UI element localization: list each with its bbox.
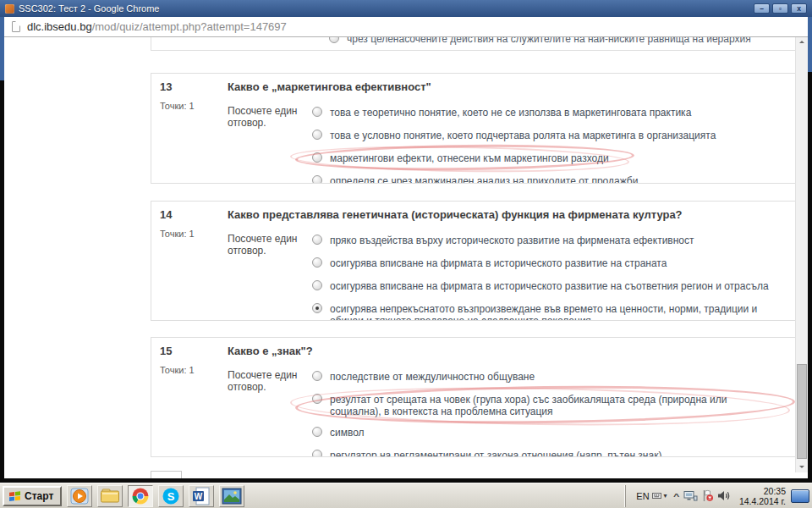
option-label[interactable]: регулатор на регламентирани от закона от… [330, 450, 661, 457]
radio-button[interactable] [312, 107, 322, 117]
window-titlebar: SSC302: Тест 2 - Google Chrome – ▫ x [0, 0, 812, 17]
question-number: 14 [160, 208, 228, 221]
start-label: Старт [25, 490, 53, 502]
radio-button[interactable] [312, 152, 322, 163]
radio-button[interactable] [312, 280, 322, 290]
options-list: последствие от междуличностно общуванере… [312, 369, 787, 457]
answer-prompt: Посочете един отговор. [228, 233, 312, 321]
option-row: това е условно понятие, което подчертава… [312, 128, 787, 143]
window-border [0, 80, 4, 478]
language-indicator[interactable]: EN ▾ [633, 491, 670, 501]
answer-prompt: Посочете един отговор. [228, 105, 312, 184]
question-text: Какво представлява генетичната (историче… [228, 208, 787, 221]
option-label[interactable]: резултат от срещата на човек (група хора… [330, 394, 770, 417]
tray-expand-icon[interactable]: ^ [668, 492, 684, 500]
clock-time: 20:35 [739, 486, 786, 496]
window-border [0, 17, 4, 80]
url-path: /mod/quiz/attempt.php?attempt=147697 [92, 20, 287, 33]
windows-explorer-icon [100, 488, 120, 505]
option-label[interactable]: осигурява вписване на фирмата в историче… [330, 280, 769, 292]
action-center-flag-icon[interactable] [701, 489, 714, 502]
question-points: Точки: 1 [160, 365, 228, 375]
address-bar[interactable]: dlc.ibsedu.bg/mod/quiz/attempt.php?attem… [0, 17, 812, 37]
option-label[interactable]: символ [330, 427, 365, 439]
minimize-button[interactable]: – [754, 3, 770, 14]
radio-button[interactable] [312, 130, 322, 140]
windows-logo-icon [8, 490, 21, 501]
option-row: определя се чрез маржинален анализ на пр… [312, 174, 787, 184]
scrollbar[interactable] [795, 37, 808, 472]
radio-button[interactable] [312, 257, 322, 268]
scroll-down-arrow-icon[interactable] [796, 461, 809, 472]
keyboard-icon [652, 492, 661, 500]
option-row: регулатор на регламентирани от закона от… [312, 448, 787, 457]
close-button[interactable]: x [791, 3, 807, 14]
page-icon [12, 21, 20, 32]
option-row: последствие от междуличностно общуване [312, 369, 787, 384]
option-label[interactable]: последствие от междуличностно общуване [330, 371, 535, 383]
radio-button[interactable] [312, 450, 322, 457]
question-number: 13 [160, 80, 228, 93]
clock-date: 14.4.2014 г. [739, 496, 786, 506]
option-row: маркетингови ефекти, отнесени към маркет… [312, 151, 787, 166]
radio-button[interactable] [312, 175, 322, 184]
windows-explorer-taskbar-button[interactable] [97, 485, 123, 507]
language-code: EN [636, 491, 649, 501]
option-row: символ [312, 425, 787, 440]
image-viewer-taskbar-button[interactable] [219, 485, 244, 507]
network-icon[interactable] [683, 489, 698, 502]
url-text[interactable]: dlc.ibsedu.bg/mod/quiz/attempt.php?attem… [27, 20, 287, 33]
option-label[interactable]: чрез целенасочените действия на служител… [347, 37, 751, 45]
maximize-button[interactable]: ▫ [772, 3, 788, 14]
question-text: Какво е „маркетингова ефективност" [228, 80, 787, 93]
volume-icon[interactable] [717, 490, 731, 501]
microsoft-word-taskbar-button[interactable]: W [189, 485, 214, 507]
option-row: осигурява непрекъснатото възпроизвеждане… [312, 301, 787, 321]
option-label[interactable]: пряко въздейства върху историческото раз… [330, 235, 694, 246]
windows-media-player-taskbar-button[interactable] [67, 485, 92, 507]
answer-prompt: Посочете един отговор. [228, 369, 312, 457]
svg-text:W: W [195, 491, 203, 500]
scrollbar-thumb[interactable] [797, 364, 807, 459]
radio-button[interactable] [312, 394, 322, 404]
scroll-up-arrow-icon[interactable] [796, 37, 809, 49]
windows-media-player-icon [70, 487, 89, 505]
skype-taskbar-button[interactable]: S [158, 485, 184, 507]
question-number: 15 [160, 345, 228, 357]
option-row: осигурява вписване на фирмата в историче… [312, 279, 787, 294]
radio-button[interactable] [329, 37, 339, 43]
options-list: пряко въздейства върху историческото раз… [312, 233, 787, 321]
taskbar: Старт SW EN ▾ ^ 20:35 14.4.2014 г. [0, 483, 812, 508]
radio-button[interactable] [312, 427, 322, 437]
question-13: 13Точки: 1Какво е „маркетингова ефективн… [151, 73, 796, 184]
show-desktop-button[interactable] [791, 489, 809, 503]
option-label[interactable]: осигурява вписване на фирмата в историче… [330, 257, 667, 269]
start-button[interactable]: Старт [3, 486, 62, 506]
radio-button-selected[interactable] [312, 303, 322, 313]
option-label[interactable]: това е теоретично понятие, което не се и… [330, 107, 691, 119]
microsoft-word-icon: W [192, 487, 211, 505]
radio-button[interactable] [312, 235, 322, 245]
window-border [808, 72, 812, 478]
question-points: Точки: 1 [160, 229, 228, 239]
option-row: резултат от срещата на човек (група хора… [312, 392, 787, 417]
option-label[interactable]: това е условно понятие, което подчертава… [330, 130, 716, 141]
quiz-page: чрез целенасочените действия на служител… [0, 37, 812, 478]
options-list: това е теоретично понятие, което не се и… [312, 105, 787, 184]
skype-icon: S [162, 487, 180, 505]
question-text: Какво е „знак"? [228, 345, 787, 357]
option-label[interactable]: маркетингови ефекти, отнесени към маркет… [330, 152, 609, 164]
radio-button[interactable] [312, 371, 322, 381]
option-row: това е теоретично понятие, което не се и… [312, 105, 787, 120]
option-label[interactable]: осигурява непрекъснатото възпроизвеждане… [330, 303, 770, 321]
option-row: осигурява вписване на фирмата в историче… [312, 256, 787, 271]
partial-next-question-box [151, 471, 182, 478]
window-border [808, 17, 812, 72]
google-chrome-icon [131, 487, 150, 505]
site-favicon-icon [5, 4, 14, 14]
system-tray: EN ▾ ^ 20:35 14.4.2014 г. [625, 485, 809, 507]
option-label[interactable]: определя се чрез маржинален анализ на пр… [330, 175, 638, 184]
question-15: 15Точки: 1Какво е „знак"?Посочете един о… [151, 337, 796, 457]
google-chrome-taskbar-button[interactable] [128, 485, 153, 507]
clock[interactable]: 20:35 14.4.2014 г. [739, 486, 786, 506]
